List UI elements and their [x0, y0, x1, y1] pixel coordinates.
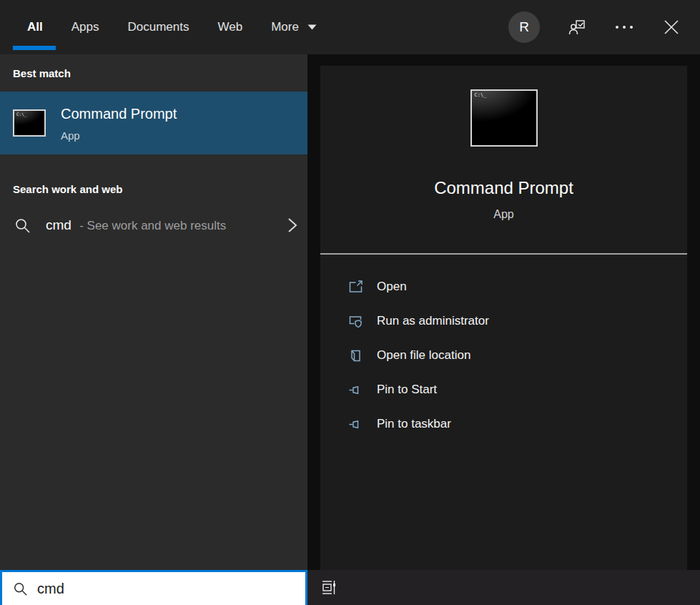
search-box[interactable] — [0, 570, 307, 605]
tab-documents-label: Documents — [127, 20, 189, 34]
close-icon[interactable] — [661, 17, 681, 37]
action-open-file-location[interactable]: Open file location — [320, 338, 687, 373]
open-icon — [348, 280, 363, 295]
chevron-down-icon — [307, 24, 317, 30]
web-suggestion-query: cmd — [46, 217, 72, 232]
user-feedback-icon[interactable] — [567, 17, 587, 37]
search-input[interactable] — [37, 581, 273, 597]
preview-subtitle: App — [493, 208, 513, 221]
cmd-icon-caption: C:\_ — [16, 112, 26, 117]
cmd-icon-caption: C:\_ — [475, 93, 487, 97]
best-match-header: Best match — [0, 54, 307, 87]
pin-icon — [348, 417, 363, 432]
action-label: Pin to taskbar — [377, 417, 451, 431]
preview-title: Command Prompt — [434, 178, 573, 198]
tab-apps[interactable]: Apps — [72, 0, 99, 54]
result-title: Command Prompt — [61, 104, 177, 123]
result-subtitle: App — [61, 129, 177, 142]
action-label: Run as administrator — [377, 314, 489, 328]
action-open[interactable]: Open — [320, 270, 687, 304]
filter-tabs: All Apps Documents Web More — [0, 0, 317, 54]
admin-shield-icon — [348, 314, 363, 329]
tab-apps-label: Apps — [72, 20, 99, 34]
action-run-as-administrator[interactable]: Run as administrator — [320, 304, 687, 338]
search-filter-bar: All Apps Documents Web More R — [0, 0, 700, 54]
search-results-panel: Best match C:\_ Command Prompt App Searc… — [0, 54, 307, 570]
tab-all[interactable]: All — [27, 0, 43, 54]
pin-icon — [348, 383, 363, 398]
tab-more-label: More — [271, 20, 299, 34]
action-label: Open file location — [377, 348, 470, 363]
action-pin-to-start[interactable]: Pin to Start — [320, 373, 687, 407]
divider — [320, 253, 687, 255]
tab-all-label: All — [27, 20, 43, 34]
tab-more[interactable]: More — [271, 0, 317, 54]
best-match-result[interactable]: C:\_ Command Prompt App — [0, 92, 307, 154]
preview-panel: C:\_ Command Prompt App Open — [307, 54, 700, 570]
action-label: Pin to Start — [377, 383, 437, 397]
action-pin-to-taskbar[interactable]: Pin to taskbar — [320, 407, 687, 441]
command-prompt-icon: C:\_ — [13, 109, 46, 137]
ellipsis-menu-icon[interactable] — [614, 17, 634, 37]
command-prompt-icon-large: C:\_ — [470, 89, 538, 147]
web-suggestion-row[interactable]: cmd - See work and web results — [0, 207, 307, 243]
tab-web[interactable]: Web — [217, 0, 242, 54]
search-icon — [14, 217, 31, 234]
taskbar — [307, 570, 700, 605]
topbar-controls: R — [508, 11, 700, 43]
avatar-letter: R — [519, 19, 529, 35]
preview-card: C:\_ Command Prompt App Open — [320, 66, 687, 570]
file-location-icon — [348, 348, 363, 363]
tab-documents[interactable]: Documents — [127, 0, 189, 54]
web-suggestion-suffix: - See work and web results — [79, 219, 226, 232]
action-label: Open — [377, 280, 407, 294]
action-list: Open Run as administrator — [320, 270, 687, 441]
tab-web-label: Web — [217, 20, 242, 34]
search-icon — [13, 581, 28, 596]
bottom-bar — [0, 570, 700, 605]
chevron-right-icon — [287, 217, 297, 233]
web-section-header: Search work and web — [0, 170, 307, 203]
user-avatar[interactable]: R — [508, 11, 540, 43]
taskbar-widget-icon[interactable] — [320, 578, 339, 597]
